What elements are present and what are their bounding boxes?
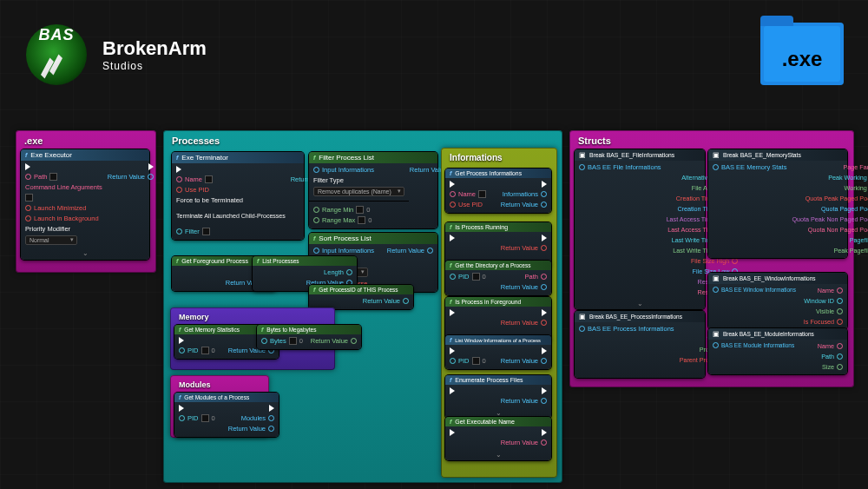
struct-field-pin[interactable]: Quota Peak Non Paged Pool Usage: [792, 215, 868, 223]
expand-icon[interactable]: ⌄: [21, 249, 149, 260]
node-break-process-info[interactable]: ▣Break BAS_EE_ProcessInformations BAS EE…: [575, 311, 705, 378]
node-exe-executor[interactable]: fExe Executor Path Command Line Argument…: [21, 149, 149, 260]
node-is-foreground[interactable]: fIs Process in Foreground Return Value ⌄: [445, 297, 551, 340]
node-get-directory[interactable]: fGet the Directory of a Process PID0Path…: [445, 261, 551, 295]
node-list-window-info[interactable]: fList Window Informations of a Process P…: [445, 335, 551, 369]
node-exe-terminator[interactable]: fExe Terminator Name Use PID Force to be…: [172, 152, 304, 240]
exe-folder-icon: .exe: [760, 16, 844, 85]
node-get-exe-name[interactable]: fGet Executable Name Return Value ⌄: [445, 417, 551, 460]
fx-icon: f: [25, 152, 27, 158]
pin-cmd-args-label: Command Line Arguments: [25, 183, 102, 191]
node-break-module-info[interactable]: ▣Break BAS_EE_ModuleInformations BAS EE …: [708, 328, 847, 374]
struct-field-pin[interactable]: Window ID: [804, 297, 843, 305]
node-get-modules[interactable]: fGet Modules of a Process PID0 ModulesRe…: [174, 393, 279, 437]
struct-field-pin[interactable]: File Size High: [691, 257, 738, 265]
struct-field-pin[interactable]: Pagefile Usage: [850, 236, 868, 244]
struct-field-pin[interactable]: Peak Pagefile Usage: [833, 247, 868, 254]
struct-field-pin[interactable]: Path: [821, 353, 843, 360]
panel-memory: Memory fGet Memory Statistics PID0 Retur…: [170, 307, 335, 370]
pin-path[interactable]: Path: [25, 173, 102, 181]
struct-field-pin[interactable]: Size: [822, 363, 843, 371]
pin-cmd-args[interactable]: [25, 194, 102, 202]
pin-priority-label: Priority Modifier: [25, 225, 102, 233]
node-is-running[interactable]: fIs Process Running Return Value ⌄: [445, 222, 551, 266]
node-break-window-info[interactable]: ▣Break BAS_EE_WindowInformations BAS EE …: [708, 273, 847, 329]
brand-title: BrokenArm: [102, 37, 207, 60]
pin-return-value[interactable]: Return Value: [108, 173, 154, 181]
struct-field-pin[interactable]: Quota Paged Pool Usage: [821, 205, 868, 213]
struct-field-pin[interactable]: Page Fault Count: [844, 163, 868, 171]
struct-field-pin[interactable]: Name: [818, 342, 843, 350]
struct-icon: ▣: [579, 151, 586, 159]
exe-folder-label: .exe: [760, 47, 844, 71]
struct-field-pin[interactable]: Is Focused: [804, 318, 843, 326]
struct-field-pin[interactable]: Peak Working Set Size: [828, 174, 868, 182]
node-enumerate-files[interactable]: fEnumerate Process Files Return Value ⌄: [445, 375, 551, 419]
exec-out-pin[interactable]: [148, 163, 154, 170]
panel-exe: .exe fExe Executor Path Command Line Arg…: [16, 130, 156, 273]
brand-subtitle: Studios: [102, 60, 207, 72]
panel-modules: Modules fGet Modules of a Process PID0 M…: [170, 375, 269, 438]
panel-structs: Structs ▣Break BAS_EE_FileInformations B…: [569, 130, 854, 387]
panel-structs-title: Structs: [573, 134, 851, 151]
bas-badge-icon: BAS: [26, 24, 87, 85]
pin-priority-dropdown[interactable]: Normal: [25, 235, 102, 245]
pin-launch-min[interactable]: Launch Minimized: [25, 204, 102, 212]
exec-in-pin[interactable]: [25, 163, 102, 170]
pin-launch-bg[interactable]: Launch in Background: [25, 215, 102, 222]
struct-field-pin[interactable]: Quota Peak Paged Pool Usage: [806, 195, 868, 202]
struct-field-pin[interactable]: Working Set Size: [845, 184, 868, 192]
node-get-pid-this[interactable]: fGet ProcessID of THIS Process Return Va…: [309, 285, 413, 309]
struct-field-pin[interactable]: Quota Non Paged Pool Usage: [808, 226, 868, 234]
node-filter-process-list[interactable]: fFilter Process List Input Informations …: [309, 152, 437, 228]
panel-informations: Informations fGet Process Informations N…: [441, 148, 557, 478]
node-break-file-info[interactable]: ▣Break BAS_EE_FileInformations BAS EE Fi…: [575, 149, 705, 309]
node-break-memory-stats[interactable]: ▣Break BAS_EE_MemoryStats BAS EE Memory …: [708, 149, 847, 258]
panel-exe-title: .exe: [19, 134, 153, 151]
node-get-process-info[interactable]: fGet Process Informations NameUse PID In…: [445, 169, 551, 213]
bas-badge-text: BAS: [26, 26, 87, 44]
brand-logo: BAS BrokenArm Studios: [26, 24, 207, 85]
panel-processes: Processes fExe Terminator Name Use PID F…: [163, 130, 562, 483]
struct-field-pin[interactable]: Visible: [816, 307, 843, 315]
struct-field-pin[interactable]: Name: [818, 287, 843, 294]
node-bytes-to-mb[interactable]: fBytes to Megabytes Bytes0 Return Value: [257, 325, 361, 349]
